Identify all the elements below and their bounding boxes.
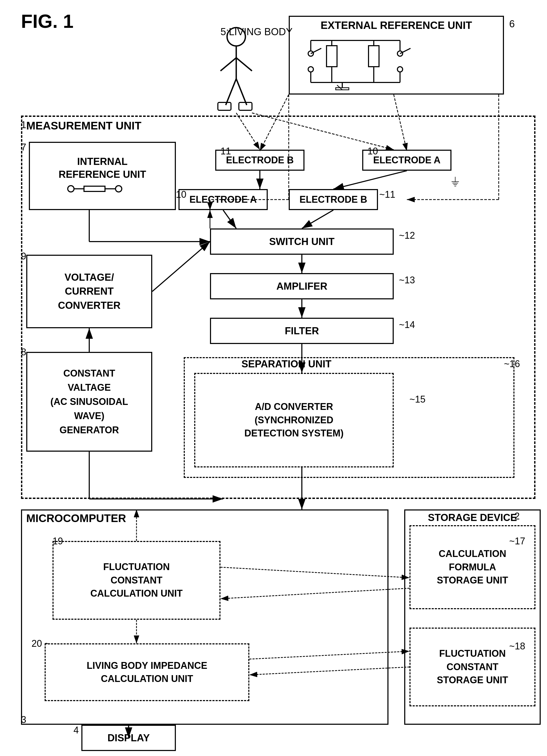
switch-unit-number: ~12 [399,230,415,241]
filter-box: FILTER [210,318,394,344]
microcomputer-number: 3 [21,714,26,725]
constant-voltage-number: 8 [21,347,26,358]
fluctuation-calc-label: FLUCTUATIONCONSTANTCALCULATION UNIT [90,560,183,600]
separation-unit-label: SEPARATION UNIT [242,358,331,370]
living-body-calc-box: LIVING BODY IMPEDANCECALCULATION UNIT [45,643,250,701]
page: FIG. 1 5:LIVING BODY 6 EXTERNAL REFERENC… [0,0,547,756]
filter-number: ~14 [399,319,415,330]
ext-ref-number: 6 [509,18,515,30]
svg-line-4 [226,79,236,105]
svg-point-36 [116,186,122,192]
living-body-calc-label: LIVING BODY IMPEDANCECALCULATION UNIT [87,659,207,686]
svg-rect-20 [368,46,379,67]
electrode-b-top-box: ELECTRODE B [215,150,304,171]
internal-ref-number: 7 [21,142,26,153]
storage-device-number: 2 [514,511,520,522]
svg-point-32 [68,186,74,192]
filter-label: FILTER [285,325,319,337]
ground-symbol: ⏚ [451,173,459,188]
internal-ref-label: INTERNALREFERENCE UNIT [59,155,146,181]
svg-rect-7 [239,102,252,110]
voltage-current-label: VOLTAGE/CURRENTCONVERTER [58,270,121,312]
fluct-const-storage-label: FLUCTUATIONCONSTANTSTORAGE UNIT [437,647,508,687]
internal-ref-circuit [63,181,142,197]
stick-figure [210,26,263,116]
fig-title: FIG. 1 [21,11,74,32]
svg-point-0 [227,28,246,46]
measurement-unit-number: 1 [21,119,26,131]
svg-rect-34 [84,186,105,191]
microcomputer-label: MICROCOMPUTER [26,512,126,525]
electrode-b-top-label: ELECTRODE B [226,155,294,166]
internal-ref-box: INTERNALREFERENCE UNIT [29,142,176,210]
svg-rect-14 [326,46,337,67]
svg-rect-6 [218,102,231,110]
display-number: 4 [74,725,79,736]
svg-point-23 [397,67,403,72]
separation-unit-number: ~16 [504,358,520,369]
electrode-a-top-label: ELECTRODE A [373,155,441,166]
voltage-current-number: 9 [21,251,26,262]
voltage-current-box: VOLTAGE/CURRENTCONVERTER [26,255,152,328]
display-label: DISPLAY [107,732,150,744]
svg-line-3 [236,58,252,71]
ad-converter-label: A/D CONVERTER(SYNCHRONIZEDDETECTION SYST… [245,400,343,440]
external-ref-box: EXTERNAL REFERENCE UNIT [289,16,504,95]
external-ref-circuit [290,33,494,90]
amplifier-box: AMPLIFER [210,273,394,299]
switch-unit-label: SWITCH UNIT [269,236,334,247]
electrode-a-mid-box: ELECTRODE A [179,189,268,210]
constant-voltage-label: CONSTANTVALTAGE(AC SINUSOIDALWAVE)GENERA… [50,366,128,437]
amplifier-number: ~13 [399,275,415,286]
amplifier-label: AMPLIFER [276,281,327,292]
electrode-a-top-box: ELECTRODE A [362,150,451,171]
ad-converter-number: ~15 [409,394,425,405]
electrode-b-mid-label: ELECTRODE B [299,194,367,205]
electrode-a-mid-number: 10 [176,189,186,200]
switch-unit-box: SWITCH UNIT [210,228,394,255]
display-box: DISPLAY [81,725,176,751]
electrode-b-mid-box: ELECTRODE B [289,189,378,210]
constant-voltage-box: CONSTANTVALTAGE(AC SINUSOIDALWAVE)GENERA… [26,352,152,452]
svg-line-2 [221,58,236,71]
fluctuation-calc-box: FLUCTUATIONCONSTANTCALCULATION UNIT [53,541,221,620]
svg-line-5 [236,79,247,105]
electrode-b-mid-number: ~11 [379,189,395,200]
electrode-a-mid-label: ELECTRODE A [190,194,257,205]
calc-formula-box: CALCULATIONFORMULASTORAGE UNIT [409,525,535,609]
external-ref-label: EXTERNAL REFERENCE UNIT [290,19,503,31]
ad-converter-box: A/D CONVERTER(SYNCHRONIZEDDETECTION SYST… [194,373,394,467]
measurement-unit-label: MEASUREMENT UNIT [26,119,142,132]
svg-point-9 [308,67,313,72]
calc-formula-label: CALCULATIONFORMULASTORAGE UNIT [437,547,508,587]
fluct-const-storage-box: FLUCTUATIONCONSTANTSTORAGE UNIT [409,628,535,706]
